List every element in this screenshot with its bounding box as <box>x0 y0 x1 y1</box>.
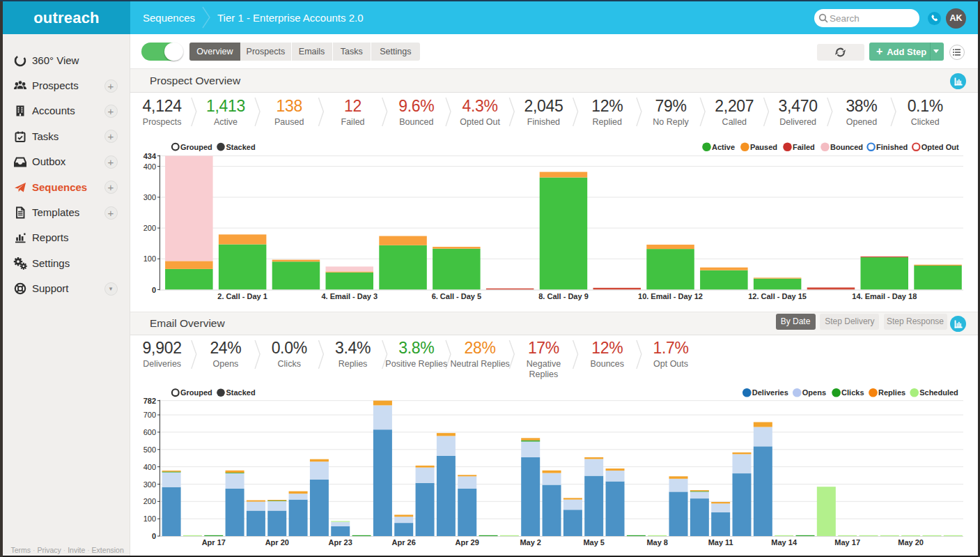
svg-text:12. Call - Day 15: 12. Call - Day 15 <box>748 292 807 300</box>
svg-text:Grouped: Grouped <box>180 388 212 397</box>
svg-text:Paused: Paused <box>750 143 777 151</box>
svg-text:May 20: May 20 <box>898 538 924 547</box>
svg-text:10. Email - Day 12: 10. Email - Day 12 <box>638 292 703 300</box>
svg-text:Apr 20: Apr 20 <box>265 538 289 547</box>
svg-text:700: 700 <box>143 411 156 419</box>
svg-text:600: 600 <box>143 428 156 436</box>
svg-text:Active: Active <box>712 143 735 151</box>
svg-text:6. Call - Day 5: 6. Call - Day 5 <box>432 292 482 300</box>
svg-text:Failed: Failed <box>793 143 815 151</box>
svg-text:2. Call - Day 1: 2. Call - Day 1 <box>217 292 267 300</box>
svg-text:782: 782 <box>143 397 156 405</box>
svg-text:May 2: May 2 <box>520 538 541 547</box>
svg-text:100: 100 <box>143 254 156 263</box>
svg-text:May 17: May 17 <box>834 538 860 547</box>
svg-text:Opens: Opens <box>802 388 826 397</box>
svg-text:May 5: May 5 <box>583 538 605 547</box>
svg-text:Bounced: Bounced <box>830 143 863 151</box>
svg-text:300: 300 <box>143 193 156 201</box>
svg-text:Grouped: Grouped <box>180 143 212 151</box>
svg-text:200: 200 <box>143 497 156 505</box>
svg-text:Deliveries: Deliveries <box>752 388 788 397</box>
svg-text:8. Call - Day 9: 8. Call - Day 9 <box>538 292 589 300</box>
svg-text:500: 500 <box>143 445 156 454</box>
svg-text:Clicks: Clicks <box>841 388 864 397</box>
svg-text:434: 434 <box>143 152 157 160</box>
svg-text:200: 200 <box>143 224 156 232</box>
svg-text:100: 100 <box>143 514 156 523</box>
svg-text:14. Email - Day 18: 14. Email - Day 18 <box>852 292 917 300</box>
svg-text:May 14: May 14 <box>771 538 798 547</box>
svg-text:May 8: May 8 <box>646 538 668 547</box>
svg-text:Apr 29: Apr 29 <box>456 538 479 547</box>
svg-text:400: 400 <box>143 162 156 171</box>
svg-text:Apr 23: Apr 23 <box>329 538 352 547</box>
svg-text:May 11: May 11 <box>708 538 733 547</box>
svg-text:Opted Out: Opted Out <box>921 143 959 151</box>
svg-text:Stacked: Stacked <box>226 143 256 151</box>
svg-text:Finished: Finished <box>876 143 908 151</box>
svg-text:Stacked: Stacked <box>226 388 256 397</box>
svg-text:400: 400 <box>143 463 156 471</box>
svg-text:0: 0 <box>152 286 156 294</box>
svg-text:Scheduled: Scheduled <box>919 388 958 397</box>
svg-text:0: 0 <box>152 532 156 540</box>
svg-text:Apr 26: Apr 26 <box>392 538 416 547</box>
svg-text:300: 300 <box>143 480 156 489</box>
svg-text:Apr 17: Apr 17 <box>202 538 226 547</box>
svg-text:Replies: Replies <box>878 388 905 397</box>
svg-text:4. Email - Day 3: 4. Email - Day 3 <box>321 292 378 300</box>
